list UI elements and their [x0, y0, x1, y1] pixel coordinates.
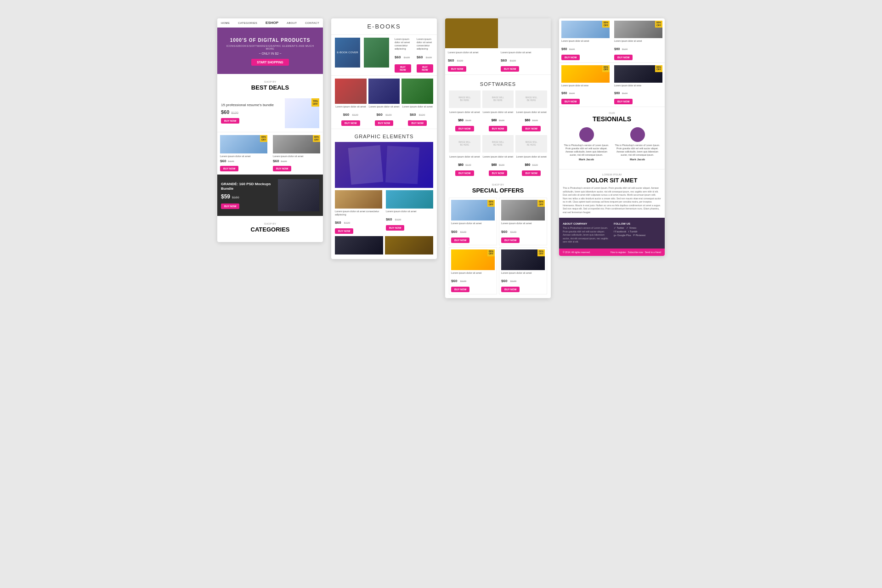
software-3-image: IMAGE WILLBE HERE — [515, 90, 547, 108]
graphic-items-row: Lorem ipsum dolor sit amet consectetur a… — [335, 190, 433, 234]
nav-bar: HOME CATEGORIES ESHOP ABOUT CONTACT — [217, 18, 323, 28]
top-product-2-buy-button[interactable]: BUY NOW — [501, 66, 519, 72]
top-product-2: Lorem ipsum dolor sit amet $60 $120 BUY … — [498, 48, 551, 75]
product-2-old-price: $120 — [281, 160, 287, 163]
product-col-1: 80%OFF Lorem ipsum dolor sit amet $60 $1… — [217, 132, 270, 175]
product-2-buy-button[interactable]: BUY NOW — [273, 166, 291, 171]
software-1-old-price: $120 — [465, 119, 471, 122]
software-2-buy-button[interactable]: BUY NOW — [489, 126, 507, 131]
nav-categories[interactable]: CATEGORIES — [238, 22, 257, 24]
products-4col-row-2: 80%OFF Lorem ipsum dolor sit eme $60 $12… — [559, 63, 665, 107]
footer-bottom: © 2014. All rights reserved. How to regi… — [559, 249, 665, 256]
footer-link-facebook[interactable]: f Facebook t Tumblr — [614, 230, 661, 233]
special-item-1: 80%OFF Lorem ipsum dolor sit amet $60 $1… — [449, 198, 497, 245]
special-4-old-price: $120 — [510, 280, 516, 283]
footer-about-col: ABOUT COMPANY This is Photoshop's versio… — [563, 222, 610, 244]
grande-image — [278, 179, 319, 211]
software-item-3: IMAGE WILLBE HERE — [515, 90, 547, 109]
special-1-buy-button[interactable]: BUY NOW — [451, 237, 469, 243]
product-col-2: 80%OFF Lorem ipsum dolor sit amet $60 $1… — [270, 132, 323, 175]
prod-4col-4: 80%OFF Lorem ipsum dolor sit eme $60 $12… — [612, 63, 665, 107]
prod-4col-3-old-price: $120 — [569, 92, 575, 95]
nav-about[interactable]: ABOUT — [287, 22, 297, 24]
book-1-price: $60 — [343, 113, 349, 117]
grande-old-price: $160 — [232, 196, 239, 199]
book-3: Lorem ipsum dolor sit amet $60 $120 BUY … — [401, 79, 433, 126]
best-deals-section: SHOP BY BEST DEALS 15 professional resum… — [217, 74, 323, 132]
ebook-2-buy-button[interactable]: BUY NOW — [417, 64, 433, 73]
deal-buy-button[interactable]: BUY NOW — [221, 118, 239, 124]
book-3-buy-button[interactable]: BUY NOW — [408, 120, 426, 126]
special-1-price: $60 — [451, 230, 457, 234]
book-1: Lorem ipsum dolor sit amet $60 $120 BUY … — [335, 79, 367, 126]
special-3-desc: Lorem ipsum dolor sit amet — [451, 271, 495, 275]
top-product-1-buy-button[interactable]: BUY NOW — [448, 66, 466, 72]
special-2-price: $60 — [501, 230, 507, 234]
prod-4col-1-desc: Lorem ipsum dolor sit amet — [561, 40, 610, 43]
footer-link-twitter[interactable]: ✓ Twitter ✓ Vimeo — [614, 226, 661, 229]
hero-cta-button[interactable]: START SHOPPING — [251, 59, 288, 66]
ebook-2-desc: Lorem ipsum dolor sit amet consectetur a… — [417, 38, 433, 51]
book-3-image — [401, 79, 433, 104]
product-1-buy-button[interactable]: BUY NOW — [220, 166, 238, 171]
hero-subtitle: ICONS/EBOOKS/SOFTWARES/GRAPHIC ELEMENTS … — [223, 45, 317, 50]
column-4-mockup: 80%OFF Lorem ipsum dolor sit amet $60 $1… — [559, 18, 665, 256]
book-2-buy-button[interactable]: BUY NOW — [375, 120, 393, 126]
book-3-old-price: $120 — [419, 113, 425, 116]
top-product-1-price: $60 — [448, 58, 454, 62]
nav-contact[interactable]: CONTACT — [305, 22, 319, 24]
graphic-2-buy-button[interactable]: BUY NOW — [386, 225, 404, 231]
prod-4col-3-desc: Lorem ipsum dolor sit eme — [561, 84, 610, 87]
special-offers-title: SPECIAL OFFERS — [449, 186, 547, 198]
prod-4col-3: 80%OFF Lorem ipsum dolor sit eme $60 $12… — [559, 63, 612, 107]
ebooks-three-row: Lorem ipsum dolor sit amet $60 $120 BUY … — [331, 76, 437, 129]
special-2-buy-button[interactable]: BUY NOW — [501, 237, 520, 243]
software-5-desc: Lorem ipsum dolor sit amet — [482, 155, 514, 158]
prod-4col-2-desc: Lorem ipsum dolor sit amet — [614, 40, 662, 43]
special-4-desc: Lorem ipsum dolor sit amet — [501, 271, 545, 275]
prod-4col-4-desc: Lorem ipsum dolor sit eme — [614, 84, 662, 87]
prod-4col-3-badge: 80%OFF — [602, 65, 610, 72]
prod-4col-1-buy-button[interactable]: BUY NOW — [561, 55, 580, 60]
product-1-badge: 80%OFF — [260, 135, 267, 142]
software-4-price: $60 — [458, 163, 464, 166]
graphic-1-desc: Lorem ipsum dolor sit amet consectetur a… — [335, 210, 382, 216]
top-product-1-desc: Lorem ipsum dolor sit amet — [448, 51, 495, 54]
product-1-image: 80%OFF — [220, 135, 267, 153]
software-6-buy-button[interactable]: BUY NOW — [522, 170, 540, 176]
special-1-desc: Lorem ipsum dolor sit amet — [451, 222, 495, 225]
special-4-buy-button[interactable]: BUY NOW — [501, 287, 520, 292]
ebook-1-buy-button[interactable]: BUY NOW — [395, 64, 411, 73]
software-4-image: IMAGE WILLBE HERE — [449, 135, 481, 153]
testimonial-2: This is Photoshop's version of Lorem Ips… — [614, 127, 661, 161]
book-2-old-price: $120 — [385, 113, 391, 116]
software-info-6: Lorem ipsum dolor sit amet $60 $120 BUY … — [515, 155, 547, 176]
software-4-buy-button[interactable]: BUY NOW — [455, 170, 474, 176]
softwares-title: SOFTWARES — [449, 81, 547, 87]
prod-4col-3-buy-button[interactable]: BUY NOW — [561, 99, 580, 104]
softwares-section: SOFTWARES IMAGE WILLBE HERE IMAGE WILLBE… — [445, 75, 551, 180]
prod-4col-4-buy-button[interactable]: BUY NOW — [614, 99, 633, 104]
product-2-badge: 80%OFF — [313, 135, 320, 142]
nav-brand: ESHOP — [266, 21, 278, 25]
graphic-2-price: $60 — [386, 217, 392, 221]
graphic-item-1: Lorem ipsum dolor sit amet consectetur a… — [335, 190, 384, 234]
footer-link-google[interactable]: g+ Google Plus P Pinterest — [614, 234, 661, 237]
software-info-5: Lorem ipsum dolor sit amet $60 $120 BUY … — [482, 155, 514, 176]
book-2-desc: Lorem ipsum dolor sit amet — [368, 105, 400, 108]
software-item-2: IMAGE WILLBE HERE — [482, 90, 514, 109]
software-1-buy-button[interactable]: BUY NOW — [455, 126, 474, 131]
footer-follow-title: FOLLOW US — [614, 222, 661, 225]
graphic-item-3 — [335, 236, 383, 254]
book-1-buy-button[interactable]: BUY NOW — [341, 120, 360, 126]
grande-buy-button[interactable]: BUY NOW — [221, 204, 239, 209]
special-3-buy-button[interactable]: BUY NOW — [451, 287, 469, 292]
graphic-1-buy-button[interactable]: BUY NOW — [335, 228, 353, 234]
nav-home[interactable]: HOME — [221, 22, 230, 24]
prod-4col-2-buy-button[interactable]: BUY NOW — [614, 55, 633, 60]
graphic-1-image — [335, 190, 382, 209]
software-3-buy-button[interactable]: BUY NOW — [522, 126, 540, 131]
graphic-elements-image — [335, 142, 433, 188]
software-5-buy-button[interactable]: BUY NOW — [489, 170, 507, 176]
ebook-1-old-price: $120 — [404, 56, 410, 59]
